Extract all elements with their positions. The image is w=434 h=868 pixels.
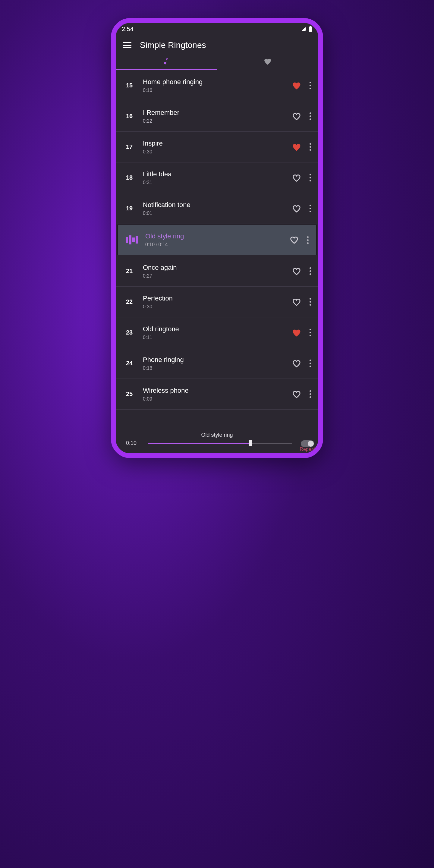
favorite-button[interactable] bbox=[290, 265, 303, 277]
svg-point-1 bbox=[305, 30, 306, 31]
repeat-control: Repeat bbox=[300, 440, 315, 452]
favorite-button[interactable] bbox=[290, 296, 303, 308]
track-meta: Wireless phone0:09 bbox=[143, 387, 290, 402]
more-button[interactable] bbox=[306, 143, 315, 151]
equalizer-icon bbox=[118, 236, 145, 244]
more-button[interactable] bbox=[306, 82, 315, 89]
more-button[interactable] bbox=[306, 390, 315, 398]
tab-favorites[interactable] bbox=[217, 53, 318, 70]
track-index: 15 bbox=[116, 82, 143, 89]
track-row[interactable]: 17Inspire0:30 bbox=[116, 132, 318, 162]
heart-icon bbox=[264, 58, 272, 65]
track-meta: Old style ring0:10/0:14 bbox=[145, 232, 288, 247]
more-button[interactable] bbox=[306, 205, 315, 212]
track-title: I Remember bbox=[143, 109, 290, 117]
track-row[interactable]: Old style ring0:10/0:14 bbox=[117, 224, 317, 255]
track-actions bbox=[290, 388, 316, 400]
status-bar: 2:54 bbox=[116, 23, 318, 35]
seek-progress bbox=[148, 443, 250, 444]
more-button[interactable] bbox=[306, 267, 315, 275]
battery-icon bbox=[309, 26, 312, 32]
track-row[interactable]: 21Once again0:27 bbox=[116, 256, 318, 287]
favorite-button[interactable] bbox=[290, 110, 303, 122]
favorite-button[interactable] bbox=[290, 327, 303, 339]
track-title: Notification tone bbox=[143, 201, 290, 209]
favorite-button[interactable] bbox=[290, 172, 303, 184]
tab-ringtones[interactable] bbox=[116, 53, 217, 70]
track-actions bbox=[290, 80, 316, 92]
track-title: Phone ringing bbox=[143, 356, 290, 364]
track-duration: 0:30 bbox=[143, 304, 290, 310]
track-title: Old ringtone bbox=[143, 325, 290, 333]
seek-bar[interactable] bbox=[148, 441, 292, 446]
track-index: 22 bbox=[116, 299, 143, 305]
track-meta: Phone ringing0:18 bbox=[143, 356, 290, 371]
track-row[interactable]: 25Wireless phone0:09 bbox=[116, 379, 318, 410]
tab-bar bbox=[116, 53, 318, 70]
app-title: Simple Ringtones bbox=[140, 40, 206, 50]
tab-indicator bbox=[116, 69, 217, 70]
status-icons bbox=[301, 26, 312, 32]
track-meta: Little Idea0:31 bbox=[143, 170, 290, 185]
track-actions bbox=[290, 203, 316, 215]
track-index: 19 bbox=[116, 205, 143, 212]
track-duration: 0:16 bbox=[143, 88, 290, 93]
track-actions bbox=[290, 327, 316, 339]
track-row[interactable]: 19Notification tone0:01 bbox=[116, 193, 318, 224]
track-index: 16 bbox=[116, 113, 143, 120]
favorite-button[interactable] bbox=[290, 80, 303, 92]
track-row[interactable]: 18Little Idea0:31 bbox=[116, 162, 318, 193]
favorite-button[interactable] bbox=[290, 388, 303, 400]
favorite-button[interactable] bbox=[290, 358, 303, 370]
favorite-button[interactable] bbox=[290, 141, 303, 153]
track-actions bbox=[290, 296, 316, 308]
more-button[interactable] bbox=[306, 113, 315, 120]
track-list[interactable]: 15Home phone ringing0:1616I Remember0:22… bbox=[116, 70, 318, 430]
device-frame: 2:54 Simple Ringtones 15Home phone ringi… bbox=[111, 18, 323, 458]
track-row[interactable]: 15Home phone ringing0:16 bbox=[116, 70, 318, 101]
track-subline: 0:10/0:14 bbox=[145, 242, 288, 247]
track-index: 18 bbox=[116, 174, 143, 181]
track-index: 25 bbox=[116, 391, 143, 398]
track-meta: Notification tone0:01 bbox=[143, 201, 290, 216]
menu-button[interactable] bbox=[123, 42, 131, 48]
track-row[interactable]: 23Old ringtone0:11 bbox=[116, 317, 318, 348]
seek-thumb[interactable] bbox=[249, 440, 252, 446]
track-index: 17 bbox=[116, 144, 143, 150]
favorite-button[interactable] bbox=[290, 203, 303, 215]
more-button[interactable] bbox=[306, 329, 315, 336]
track-meta: Home phone ringing0:16 bbox=[143, 78, 290, 93]
track-title: Once again bbox=[143, 264, 290, 272]
more-button[interactable] bbox=[306, 360, 315, 367]
track-row[interactable]: 24Phone ringing0:18 bbox=[116, 348, 318, 379]
repeat-toggle[interactable] bbox=[301, 440, 314, 447]
track-meta: Old ringtone0:11 bbox=[143, 325, 290, 340]
track-elapsed: 0:10 bbox=[145, 242, 155, 247]
track-row[interactable]: 16I Remember0:22 bbox=[116, 101, 318, 132]
favorite-button[interactable] bbox=[288, 234, 300, 246]
track-title: Home phone ringing bbox=[143, 78, 290, 86]
track-index: 24 bbox=[116, 360, 143, 367]
track-duration: 0:09 bbox=[143, 396, 290, 402]
signal-alert-icon bbox=[301, 26, 307, 32]
app-header: Simple Ringtones bbox=[116, 35, 318, 53]
track-duration: 0:01 bbox=[143, 211, 290, 216]
more-button[interactable] bbox=[303, 236, 312, 244]
track-duration: 0:30 bbox=[143, 149, 290, 155]
more-button[interactable] bbox=[306, 174, 315, 181]
svg-rect-3 bbox=[310, 26, 311, 27]
track-title: Inspire bbox=[143, 140, 290, 147]
track-actions bbox=[290, 141, 316, 153]
track-meta: Perfection0:30 bbox=[143, 294, 290, 310]
track-row[interactable]: 22Perfection0:30 bbox=[116, 287, 318, 317]
player-elapsed: 0:10 bbox=[126, 440, 142, 446]
more-button[interactable] bbox=[306, 298, 315, 306]
track-actions bbox=[290, 172, 316, 184]
track-duration: 0:14 bbox=[158, 242, 168, 247]
track-actions bbox=[288, 234, 313, 246]
status-time: 2:54 bbox=[122, 26, 133, 33]
track-meta: I Remember0:22 bbox=[143, 109, 290, 124]
track-meta: Once again0:27 bbox=[143, 264, 290, 279]
music-note-icon bbox=[163, 58, 169, 65]
track-actions bbox=[290, 110, 316, 122]
